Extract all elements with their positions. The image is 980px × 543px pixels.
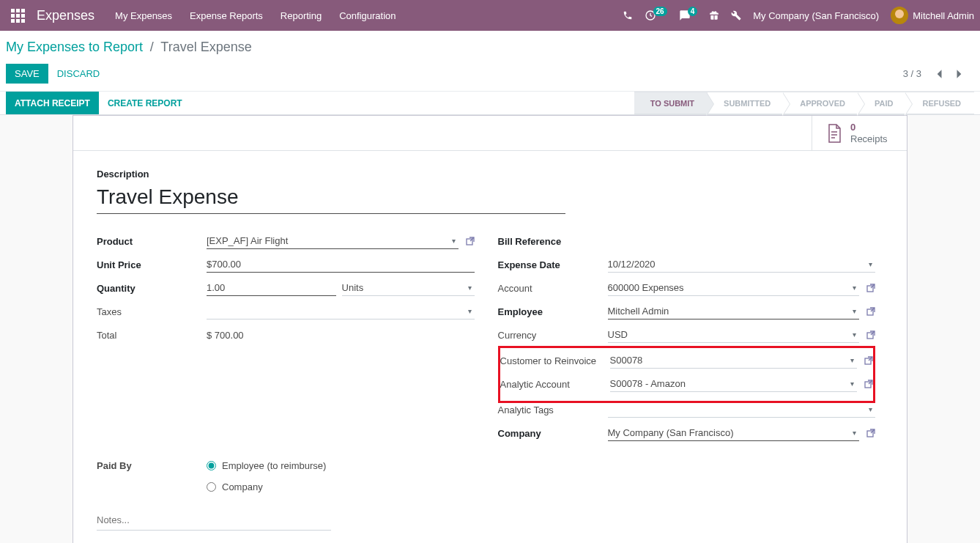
top-navbar: Expenses My Expenses Expense Reports Rep… [0, 0, 980, 31]
receipts-count: 0 [850, 122, 888, 133]
attach-receipt-button[interactable]: ATTACH RECEIPT [6, 92, 99, 114]
status-approved[interactable]: APPROVED [784, 92, 858, 114]
customer-reinvoice-label: Customer to Reinvoice [500, 355, 610, 366]
chevron-down-icon[interactable]: ▾ [847, 380, 857, 388]
chevron-down-icon[interactable]: ▾ [465, 307, 475, 315]
chevron-down-icon[interactable]: ▾ [847, 356, 857, 364]
avatar [891, 7, 908, 24]
paid-by-employee[interactable]: Employee (to reimburse) [207, 460, 326, 471]
product-input[interactable] [207, 233, 449, 248]
chevron-down-icon[interactable]: ▾ [850, 330, 859, 339]
pager: 3 / 3 [903, 65, 968, 83]
user-name: Mitchell Admin [913, 10, 974, 21]
account-label: Account [498, 283, 608, 294]
paid-by-company[interactable]: Company [207, 481, 326, 492]
apps-icon[interactable] [6, 4, 29, 27]
status-refused[interactable]: REFUSED [906, 92, 974, 114]
external-link-icon[interactable] [864, 356, 873, 365]
status-paid[interactable]: PAID [858, 92, 906, 114]
paid-by-label: Paid By [97, 460, 207, 471]
nav-configuration[interactable]: Configuration [339, 10, 396, 21]
chevron-down-icon[interactable]: ▾ [449, 237, 459, 245]
external-link-icon[interactable] [466, 237, 475, 245]
employee-label: Employee [498, 306, 608, 317]
taxes-input[interactable] [207, 303, 465, 319]
description-input[interactable] [97, 182, 565, 214]
expense-date-label: Expense Date [498, 259, 608, 270]
external-link-icon[interactable] [866, 330, 875, 339]
highlight-annotation: Customer to Reinvoice ▾ Analytic Account [498, 346, 876, 403]
chevron-down-icon[interactable]: ▾ [850, 429, 859, 437]
currency-input[interactable] [608, 327, 850, 342]
pager-text[interactable]: 3 / 3 [903, 68, 921, 79]
receipts-label: Receipts [850, 133, 888, 145]
description-label: Description [97, 169, 565, 180]
pager-prev[interactable] [930, 65, 948, 83]
activities-badge: 26 [653, 7, 667, 16]
external-link-icon[interactable] [866, 284, 875, 292]
receipts-stat-button[interactable]: 0 Receipts [812, 116, 907, 150]
status-to-submit[interactable]: TO SUBMIT [634, 92, 708, 114]
unit-price-label: Unit Price [97, 259, 207, 270]
gift-icon[interactable] [709, 10, 719, 21]
messages-icon[interactable]: 4 [679, 10, 698, 21]
discard-button[interactable]: DISCARD [48, 64, 109, 84]
chevron-down-icon[interactable]: ▾ [465, 284, 475, 292]
status-bar: TO SUBMIT SUBMITTED APPROVED PAID REFUSE… [634, 92, 974, 114]
control-panel: My Expenses to Report / Travel Expense S… [0, 31, 980, 92]
breadcrumb-parent[interactable]: My Expenses to Report [6, 40, 143, 54]
taxes-label: Taxes [97, 306, 207, 317]
employee-input[interactable] [608, 303, 850, 319]
chevron-down-icon[interactable]: ▾ [850, 307, 859, 315]
external-link-icon[interactable] [866, 429, 875, 437]
company-input[interactable] [608, 425, 850, 440]
quantity-input[interactable] [207, 280, 336, 296]
nav-menu: My Expenses Expense Reports Reporting Co… [115, 10, 396, 21]
breadcrumb-current: Travel Expense [160, 40, 251, 54]
chevron-down-icon[interactable]: ▾ [866, 405, 875, 413]
external-link-icon[interactable] [866, 307, 875, 316]
chevron-down-icon[interactable]: ▾ [850, 284, 859, 292]
nav-expense-reports[interactable]: Expense Reports [190, 10, 263, 21]
bill-ref-label: Bill Reference [498, 236, 608, 247]
activities-icon[interactable]: 26 [645, 10, 667, 21]
analytic-account-label: Analytic Account [500, 379, 610, 390]
total-label: Total [97, 330, 207, 341]
user-menu[interactable]: Mitchell Admin [891, 7, 974, 24]
quantity-label: Quantity [97, 283, 207, 294]
company-label: Company [498, 428, 608, 439]
app-title[interactable]: Expenses [37, 8, 94, 23]
unit-price-input[interactable] [207, 256, 475, 273]
company-switcher[interactable]: My Company (San Francisco) [753, 10, 879, 21]
analytic-tags-input[interactable] [608, 402, 866, 417]
button-box: 0 Receipts [73, 116, 907, 151]
nav-my-expenses[interactable]: My Expenses [115, 10, 172, 21]
document-icon [825, 123, 843, 144]
status-submitted[interactable]: SUBMITTED [708, 92, 784, 114]
customer-reinvoice-input[interactable] [610, 352, 848, 368]
phone-icon[interactable] [623, 10, 633, 21]
form-sheet: 0 Receipts Description Product [73, 115, 907, 543]
uom-input[interactable] [342, 280, 465, 295]
save-button[interactable]: SAVE [6, 64, 48, 84]
analytic-account-input[interactable] [610, 376, 848, 391]
pager-next[interactable] [951, 65, 968, 83]
analytic-tags-label: Analytic Tags [498, 405, 608, 415]
nav-reporting[interactable]: Reporting [281, 10, 322, 21]
external-link-icon[interactable] [864, 380, 873, 388]
create-report-button[interactable]: CREATE REPORT [99, 92, 191, 114]
debug-icon[interactable] [731, 10, 741, 21]
total-value: $ 700.00 [207, 328, 244, 343]
product-label: Product [97, 236, 207, 247]
breadcrumb: My Expenses to Report / Travel Expense [6, 40, 252, 55]
notes-input[interactable] [97, 510, 331, 531]
account-input[interactable] [608, 280, 850, 295]
secondary-action-bar: ATTACH RECEIPT CREATE REPORT TO SUBMIT S… [0, 92, 980, 115]
currency-label: Currency [498, 330, 608, 341]
expense-date-input[interactable] [608, 256, 866, 272]
chevron-down-icon[interactable]: ▾ [866, 260, 875, 268]
messages-badge: 4 [688, 7, 698, 16]
